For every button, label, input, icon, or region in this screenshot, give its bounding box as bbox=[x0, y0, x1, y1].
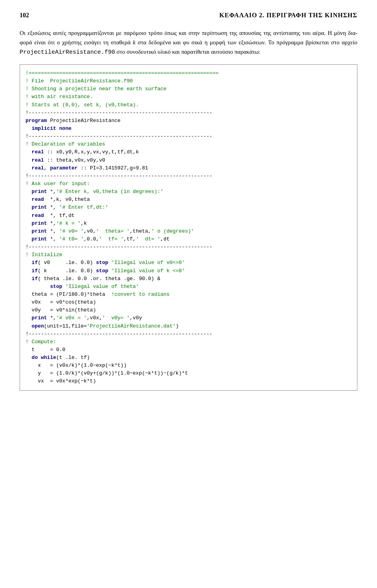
page-number: 102 bbox=[20, 12, 29, 19]
body-paragraph: Οι εξισώσεις αυτές προγραμματίζονται με … bbox=[20, 28, 357, 57]
page-header: 102 ΚΕΦΑΛΑΙΟ 2. ΠΕΡΙΓΡΑΦΗ ΤΗΣ ΚΙΝΗΣΗΣ bbox=[20, 12, 357, 19]
code-block: !=======================================… bbox=[20, 64, 357, 391]
chapter-title: ΚΕΦΑΛΑΙΟ 2. ΠΕΡΙΓΡΑΦΗ ΤΗΣ ΚΙΝΗΣΗΣ bbox=[220, 12, 357, 19]
